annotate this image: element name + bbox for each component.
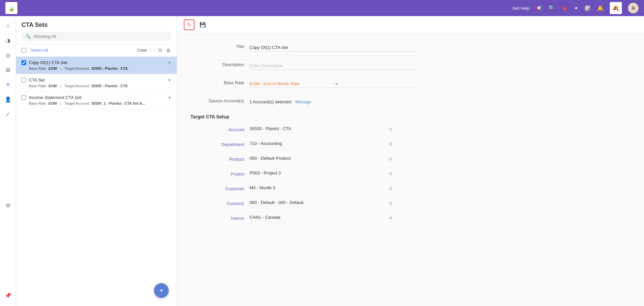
target-department-label: Department <box>191 142 244 147</box>
search-box: 🔍 <box>21 32 171 41</box>
detail-content: Title Description Base Rate <box>177 34 644 306</box>
target-customer-label: Customer <box>191 186 244 191</box>
target-section-title: Target CTA Setup <box>191 114 631 119</box>
sort-icon[interactable]: ↑ <box>150 48 152 53</box>
base-rate-select[interactable]: EOM - End of Month Rate ▼ <box>250 80 417 88</box>
list-item[interactable]: CTA Set ▼ Base Rate: EOM | Target Accoun… <box>16 74 177 92</box>
sidebar-item-analytics[interactable]: ◑ <box>1 34 15 47</box>
top-nav-items: Get Help 📢 🔍 🔖 ✦ 🎲 🔔 🍂 A <box>513 2 639 14</box>
target-product-value: 000 - Default Product <box>250 156 384 162</box>
target-interco-value: CAN1 - Canada <box>250 215 384 221</box>
bookmark-icon[interactable]: 🔖 <box>561 5 568 11</box>
expand-icon[interactable]: ▼ <box>168 96 171 100</box>
target-project-row: Project P003 - Project 3 ⧉ <box>191 170 631 177</box>
select-all-label[interactable]: Select All <box>30 48 48 53</box>
target-customer-value: M3 - Month 3 <box>250 185 384 192</box>
target-product-label: Product <box>191 157 244 162</box>
main-layout: ⌂ ◑ ◎ ⊞ ≡ 👤 ✓ ⚙ 📌 CTA Sets 🔍 Select All … <box>0 16 644 306</box>
title-label: Title <box>191 42 244 49</box>
list-item-checkbox[interactable] <box>21 95 26 100</box>
list-item-checkbox[interactable] <box>21 60 26 65</box>
sidebar-item-grid[interactable]: ⊞ <box>1 63 15 76</box>
list-controls: Select All Code ↑ | ⧉ 🗑 <box>16 44 177 57</box>
copy-icon[interactable]: ⧉ <box>158 47 163 54</box>
description-row: Description <box>191 60 631 71</box>
sidebar-item-home[interactable]: ⌂ <box>1 19 15 32</box>
refresh-button[interactable]: ↻ <box>184 19 195 30</box>
list-item[interactable]: Copy Of(1) CTA Set ▼ Base Rate: EOM | Ta… <box>16 57 177 74</box>
app-switcher[interactable]: 🍂 <box>610 2 622 14</box>
sidebar-item-tasks[interactable]: ✓ <box>1 107 15 121</box>
save-icon: 💾 <box>200 22 206 28</box>
delete-icon[interactable]: 🗑 <box>165 47 171 54</box>
external-link-icon[interactable]: ⧉ <box>389 215 392 221</box>
list-item-name: Copy Of(1) CTA Set <box>29 60 165 65</box>
list-panel-header: CTA Sets 🔍 <box>16 16 177 44</box>
source-accounts-label: Source Account(s) <box>191 96 244 103</box>
app-logo[interactable]: 🍃 <box>5 2 17 14</box>
save-button[interactable]: 💾 <box>197 19 208 30</box>
target-project-label: Project <box>191 171 244 176</box>
logo-leaf-icon: 🍃 <box>8 4 15 12</box>
source-accounts-count: 1 Account(s) selected <box>250 99 291 104</box>
list-panel-title: CTA Sets <box>21 21 171 29</box>
sidebar-item-target[interactable]: ◎ <box>1 48 15 62</box>
target-interco-row: Interco CAN1 - Canada ⧉ <box>191 215 631 221</box>
expand-icon[interactable]: ▼ <box>168 61 171 65</box>
select-all-checkbox[interactable] <box>21 48 26 53</box>
sidebar-item-pin[interactable]: 📌 <box>1 290 15 303</box>
user-avatar[interactable]: A <box>628 3 639 13</box>
sidebar-item-list[interactable]: ≡ <box>1 78 15 91</box>
target-customer-row: Customer M3 - Month 3 ⧉ <box>191 185 631 192</box>
external-link-icon[interactable]: ⧉ <box>389 201 392 206</box>
target-custom2-label: Custom2 <box>191 201 244 206</box>
base-rate-value: EOM - End of Month Rate <box>250 81 332 86</box>
content-area: CTA Sets 🔍 Select All Code ↑ | ⧉ 🗑 <box>16 16 644 306</box>
source-accounts-display: 1 Account(s) selected Manage <box>250 98 417 106</box>
cube-icon[interactable]: 🎲 <box>584 5 591 11</box>
add-fab-button[interactable]: + <box>154 283 169 298</box>
list-item[interactable]: Income Statement CTA Set ▼ Base Rate: EO… <box>16 92 177 109</box>
list-panel: CTA Sets 🔍 Select All Code ↑ | ⧉ 🗑 <box>16 16 177 306</box>
search-icon[interactable]: 🔍 <box>548 5 555 11</box>
title-row: Title <box>191 42 631 53</box>
source-accounts-row: Source Account(s) 1 Account(s) selected … <box>191 96 631 107</box>
search-input[interactable] <box>34 34 167 39</box>
app-logo-area: 🍃 <box>5 2 17 14</box>
target-department-value: 710 - Accounting <box>250 141 384 148</box>
target-custom2-value: 000 - Default - 000 - Default <box>250 200 384 207</box>
description-label: Description <box>191 60 244 67</box>
base-rate-label: Base Rate <box>191 78 244 85</box>
external-link-icon[interactable]: ⧉ <box>389 127 392 132</box>
description-input[interactable] <box>250 62 417 70</box>
target-account-row: Account 35500 - Planful - CTA ⧉ <box>191 126 631 133</box>
title-input[interactable] <box>250 44 417 52</box>
external-link-icon[interactable]: ⧉ <box>389 171 392 176</box>
top-nav: 🍃 Get Help 📢 🔍 🔖 ✦ 🎲 🔔 🍂 A <box>0 0 644 16</box>
target-product-row: Product 000 - Default Product ⧉ <box>191 156 631 162</box>
announcement-icon[interactable]: 📢 <box>536 5 542 11</box>
chevron-down-icon: ▼ <box>335 82 417 86</box>
sidebar-item-user[interactable]: 👤 <box>1 93 15 106</box>
refresh-icon: ↻ <box>187 22 192 28</box>
target-department-row: Department 710 - Accounting ⧉ <box>191 141 631 148</box>
list-items: Copy Of(1) CTA Set ▼ Base Rate: EOM | Ta… <box>16 57 177 306</box>
expand-icon[interactable]: ▼ <box>168 78 171 82</box>
external-link-icon[interactable]: ⧉ <box>389 156 392 162</box>
sidebar-item-settings[interactable]: ⚙ <box>1 199 15 212</box>
sidebar-icons: ⌂ ◑ ◎ ⊞ ≡ 👤 ✓ ⚙ 📌 <box>0 16 16 306</box>
target-account-label: Account <box>191 127 244 132</box>
target-interco-label: Interco <box>191 216 244 221</box>
external-link-icon[interactable]: ⧉ <box>389 186 392 191</box>
list-item-name: CTA Set <box>29 78 165 83</box>
compass-icon[interactable]: ✦ <box>574 5 578 11</box>
detail-toolbar: ↻ 💾 <box>177 16 644 34</box>
target-project-value: P003 - Project 3 <box>250 170 384 177</box>
target-account-value: 35500 - Planful - CTA <box>250 126 384 133</box>
get-help-link[interactable]: Get Help <box>513 6 530 11</box>
manage-link[interactable]: Manage <box>295 99 311 104</box>
notification-icon[interactable]: 🔔 <box>597 5 604 11</box>
list-item-name: Income Statement CTA Set <box>29 95 165 100</box>
external-link-icon[interactable]: ⧉ <box>389 142 392 147</box>
list-item-checkbox[interactable] <box>21 78 26 83</box>
